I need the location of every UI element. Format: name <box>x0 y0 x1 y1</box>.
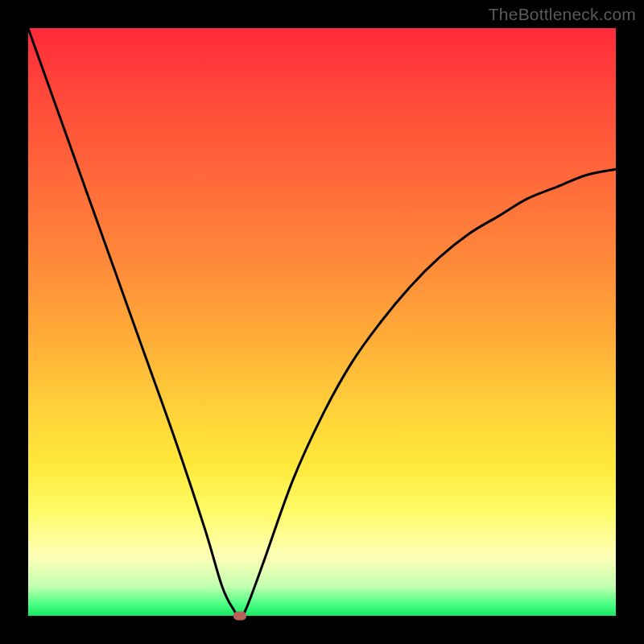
watermark-text: TheBottleneck.com <box>489 5 636 24</box>
plot-area <box>28 28 616 616</box>
bottleneck-curve <box>28 28 616 616</box>
chart-frame: TheBottleneck.com <box>0 0 644 644</box>
curve-svg <box>28 28 616 616</box>
optimum-marker <box>233 612 246 621</box>
